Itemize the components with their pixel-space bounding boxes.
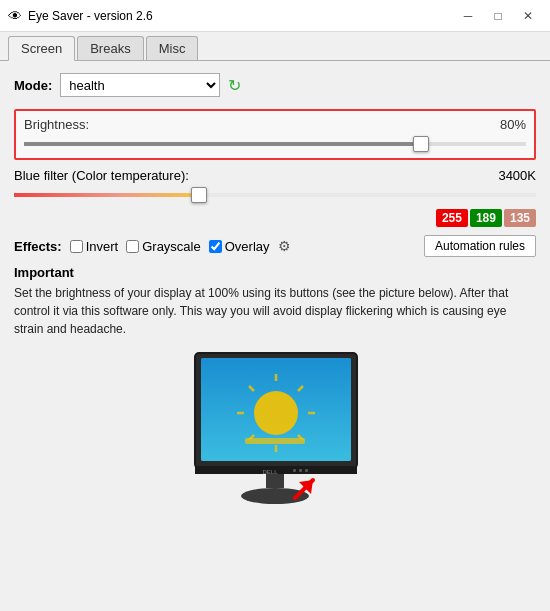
blue-filter-section: Blue filter (Color temperature): 3400K xyxy=(14,168,536,203)
brightness-label: Brightness: xyxy=(24,117,89,132)
close-button[interactable]: ✕ xyxy=(514,6,542,26)
blue-filter-slider-container xyxy=(14,187,536,203)
mode-select[interactable]: health standard night custom xyxy=(60,73,220,97)
green-badge: 189 xyxy=(470,209,502,227)
important-title: Important xyxy=(14,265,536,280)
grayscale-checkbox[interactable]: Grayscale xyxy=(126,239,201,254)
red-badge: 255 xyxy=(436,209,468,227)
gear-icon[interactable]: ⚙ xyxy=(278,238,291,254)
grayscale-input[interactable] xyxy=(126,240,139,253)
invert-checkbox[interactable]: Invert xyxy=(70,239,119,254)
svg-rect-16 xyxy=(299,469,302,472)
maximize-button[interactable]: □ xyxy=(484,6,512,26)
grayscale-label: Grayscale xyxy=(142,239,201,254)
app-title: Eye Saver - version 2.6 xyxy=(28,9,153,23)
mode-label: Mode: xyxy=(14,78,52,93)
blue-filter-value: 3400K xyxy=(498,168,536,183)
svg-rect-15 xyxy=(293,469,296,472)
effects-label: Effects: xyxy=(14,239,62,254)
monitor-svg: DELL xyxy=(175,348,375,518)
brightness-slider-container xyxy=(24,136,526,152)
invert-input[interactable] xyxy=(70,240,83,253)
tab-misc[interactable]: Misc xyxy=(146,36,199,60)
blue-filter-label: Blue filter (Color temperature): xyxy=(14,168,189,183)
orange-badge: 135 xyxy=(504,209,536,227)
overlay-checkbox[interactable]: Overlay xyxy=(209,239,270,254)
effects-row: Effects: Invert Grayscale Overlay ⚙ Auto… xyxy=(14,235,536,257)
important-text: Set the brightness of your display at 10… xyxy=(14,284,536,338)
svg-rect-12 xyxy=(245,438,305,444)
invert-label: Invert xyxy=(86,239,119,254)
monitor-illustration: DELL xyxy=(14,348,536,518)
title-bar: 👁 Eye Saver - version 2.6 ─ □ ✕ xyxy=(0,0,550,32)
tabs-bar: Screen Breaks Misc xyxy=(0,32,550,61)
important-section: Important Set the brightness of your dis… xyxy=(14,265,536,338)
brightness-header: Brightness: 80% xyxy=(24,117,526,132)
overlay-label: Overlay xyxy=(225,239,270,254)
blue-filter-header: Blue filter (Color temperature): 3400K xyxy=(14,168,536,183)
brightness-value: 80% xyxy=(500,117,526,132)
blue-filter-slider[interactable] xyxy=(14,193,536,197)
color-badges: 255 189 135 xyxy=(14,209,536,227)
minimize-button[interactable]: ─ xyxy=(454,6,482,26)
brightness-slider[interactable] xyxy=(24,142,526,146)
tab-screen[interactable]: Screen xyxy=(8,36,75,61)
mode-row: Mode: health standard night custom ↻ xyxy=(14,73,536,97)
tab-breaks[interactable]: Breaks xyxy=(77,36,143,60)
refresh-icon[interactable]: ↻ xyxy=(228,76,241,95)
brightness-box: Brightness: 80% xyxy=(14,109,536,160)
svg-point-3 xyxy=(254,391,298,435)
svg-rect-18 xyxy=(266,474,284,488)
app-icon: 👁 xyxy=(8,8,22,24)
automation-rules-button[interactable]: Automation rules xyxy=(424,235,536,257)
overlay-input[interactable] xyxy=(209,240,222,253)
main-content: Mode: health standard night custom ↻ Bri… xyxy=(0,61,550,530)
window-controls: ─ □ ✕ xyxy=(454,6,542,26)
svg-rect-17 xyxy=(305,469,308,472)
